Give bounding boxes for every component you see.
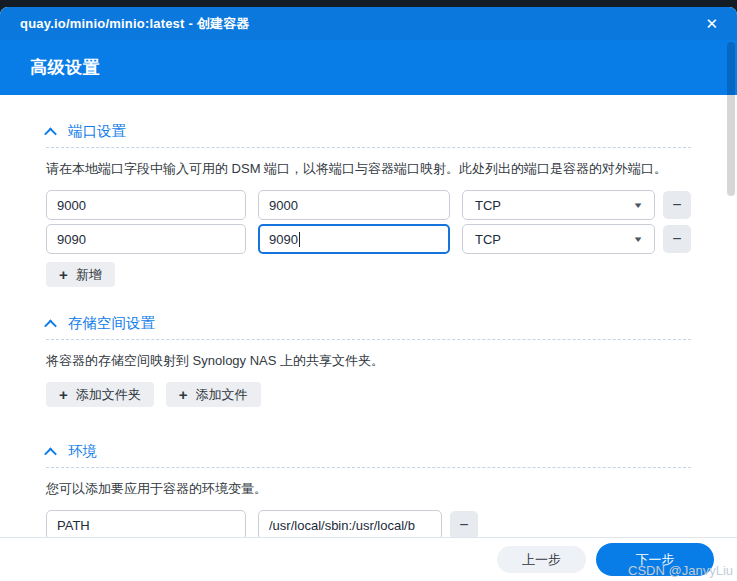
step-title: 高级设置 (30, 56, 100, 79)
dialog-content: 端口设置 请在本地端口字段中输入可用的 DSM 端口，以将端口与容器端口映射。此… (0, 95, 737, 537)
titlebar: quay.io/minio/minio:latest - 创建容器 ✕ (0, 7, 737, 40)
minus-icon: − (672, 225, 681, 253)
add-folder-label: 添加文件夹 (76, 386, 141, 404)
env-variable-row: − (46, 510, 691, 537)
separator (46, 147, 691, 148)
add-port-button[interactable]: + 新增 (46, 262, 115, 287)
step-header: 高级设置 (0, 40, 737, 95)
create-container-dialog: quay.io/minio/minio:latest - 创建容器 ✕ 高级设置… (0, 7, 737, 581)
storage-description: 将容器的存储空间映射到 Synology NAS 上的共享文件夹。 (46, 352, 691, 370)
caret-down-icon: ▼ (632, 201, 643, 210)
local-port-input[interactable] (46, 190, 246, 220)
add-file-label: 添加文件 (196, 386, 248, 404)
close-icon[interactable]: ✕ (705, 16, 718, 31)
back-button[interactable]: 上一步 (497, 546, 586, 573)
section-title-storage: 存储空间设置 (68, 314, 155, 333)
chevron-up-icon (44, 320, 57, 333)
section-toggle-env[interactable]: 环境 (46, 441, 691, 461)
chevron-up-icon (44, 128, 57, 141)
plus-icon: + (179, 386, 188, 403)
env-name-input[interactable] (46, 510, 246, 537)
plus-icon: + (59, 266, 68, 283)
remove-port-row-button[interactable]: − (663, 191, 691, 219)
chevron-up-icon (44, 448, 57, 461)
section-toggle-ports[interactable]: 端口设置 (46, 121, 691, 141)
protocol-value: TCP (475, 198, 634, 213)
env-variable-list: − (46, 510, 691, 537)
port-mapping-row: TCP ▼ − (46, 190, 691, 220)
port-mapping-list: TCP ▼ − 9090 TCP ▼ − (46, 190, 691, 254)
local-port-input[interactable] (46, 224, 246, 254)
remove-port-row-button[interactable]: − (663, 225, 691, 253)
ports-description: 请在本地端口字段中输入可用的 DSM 端口，以将端口与容器端口映射。此处列出的端… (46, 160, 691, 178)
container-port-value: 9090 (269, 232, 298, 247)
separator (46, 339, 691, 340)
wizard-footer: 上一步 下一步 (0, 537, 737, 581)
next-button[interactable]: 下一步 (596, 543, 714, 576)
remove-env-row-button[interactable]: − (450, 511, 478, 537)
port-mapping-row: 9090 TCP ▼ − (46, 224, 691, 254)
caret-down-icon: ▼ (632, 235, 643, 244)
minus-icon: − (672, 191, 681, 219)
scrollbar-thumb[interactable] (727, 42, 735, 196)
protocol-select[interactable]: TCP ▼ (462, 190, 655, 220)
separator (46, 467, 691, 468)
add-port-label: 新增 (76, 266, 102, 284)
dialog-title: quay.io/minio/minio:latest - 创建容器 (20, 15, 705, 33)
plus-icon: + (59, 386, 68, 403)
section-title-env: 环境 (68, 442, 97, 461)
env-description: 您可以添加要应用于容器的环境变量。 (46, 480, 691, 498)
protocol-value: TCP (475, 232, 634, 247)
minus-icon: − (459, 511, 468, 537)
env-value-input[interactable] (258, 510, 442, 537)
section-title-ports: 端口设置 (68, 122, 126, 141)
container-port-input[interactable] (258, 190, 450, 220)
section-toggle-storage[interactable]: 存储空间设置 (46, 313, 691, 333)
add-file-button[interactable]: + 添加文件 (166, 382, 261, 407)
add-folder-button[interactable]: + 添加文件夹 (46, 382, 154, 407)
container-port-input-focused[interactable]: 9090 (258, 224, 450, 254)
text-cursor (299, 232, 300, 247)
protocol-select[interactable]: TCP ▼ (462, 224, 655, 254)
